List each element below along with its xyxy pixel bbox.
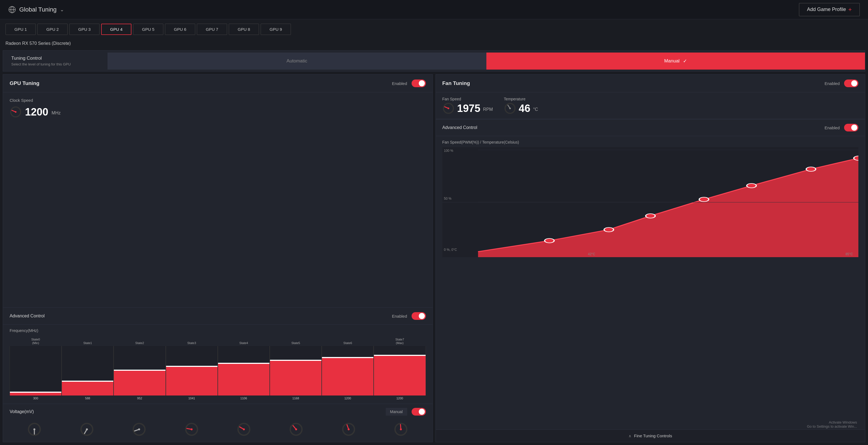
gpu-tab-3[interactable]: GPU 3 bbox=[69, 24, 99, 35]
bar-5[interactable] bbox=[270, 360, 321, 395]
bar-state-label-5: State5 bbox=[291, 341, 300, 345]
fine-tuning-bar[interactable]: ∧ Fine Tuning Controls bbox=[436, 429, 865, 442]
add-game-button[interactable]: Add Game Profile + bbox=[799, 3, 860, 16]
bar-value-3: 1041 bbox=[188, 396, 195, 400]
bar-6[interactable] bbox=[322, 357, 373, 395]
voltage-dial-0[interactable] bbox=[27, 422, 41, 437]
main-panels: GPU Tuning Enabled Clock Speed 1200 MHz … bbox=[0, 74, 868, 442]
bar-1[interactable] bbox=[62, 381, 113, 395]
bar-state-label-0: State0 (Min) bbox=[31, 338, 40, 345]
tuning-label-area: Tuning Control Select the level of tunin… bbox=[3, 51, 107, 71]
bar-state-label-7: State7 (Max) bbox=[395, 338, 404, 345]
bar-value-7: 1200 bbox=[397, 396, 403, 400]
svg-point-25 bbox=[347, 428, 349, 430]
advanced-control-label: Advanced Control bbox=[10, 314, 44, 319]
bar-wrapper-5[interactable] bbox=[270, 346, 322, 395]
tuning-control-title: Tuning Control bbox=[11, 56, 99, 61]
fan-enabled-label: Enabled bbox=[825, 81, 840, 86]
gpu-tab-4[interactable]: GPU 4 bbox=[101, 24, 131, 35]
bar-wrapper-3[interactable] bbox=[166, 346, 218, 395]
svg-point-22 bbox=[295, 428, 297, 430]
fan-speed-chart: 100 % 50 % 0 %, 0°C 42°C 85°C bbox=[442, 147, 859, 257]
fan-tuning-panel: Fan Tuning Enabled Fan Speed 1975 RPM bbox=[435, 74, 866, 442]
clock-dial-icon bbox=[10, 106, 22, 118]
app-title: Global Tuning bbox=[19, 6, 57, 13]
voltage-toggle[interactable] bbox=[411, 408, 426, 416]
gpu-tab-5[interactable]: GPU 5 bbox=[133, 24, 163, 35]
voltage-dial-7[interactable] bbox=[394, 422, 408, 437]
gpu-tuning-toggle[interactable] bbox=[411, 80, 426, 87]
svg-point-42 bbox=[854, 156, 858, 160]
voltage-dial-2[interactable] bbox=[132, 422, 146, 437]
gpu-tuning-toggle-area: Enabled bbox=[392, 80, 426, 87]
bar-3[interactable] bbox=[166, 366, 217, 395]
bar-wrapper-1[interactable] bbox=[62, 346, 114, 395]
bar-4[interactable] bbox=[218, 363, 270, 395]
voltage-dial-1[interactable] bbox=[80, 422, 94, 437]
fan-chart-title: Fan Speed(PWM(%)) / Temperature(Celsius) bbox=[442, 140, 859, 144]
chart-y-100: 100 % bbox=[444, 149, 454, 153]
fan-speed-label: Fan Speed bbox=[442, 97, 493, 101]
voltage-dial-icon-5 bbox=[289, 422, 303, 437]
bar-value-5: 1168 bbox=[292, 396, 299, 400]
voltage-dial-icon-6 bbox=[341, 422, 356, 437]
bar-white-line-3 bbox=[166, 366, 217, 367]
bar-group-4: State41106 bbox=[218, 341, 270, 400]
gpu-tuning-panel: GPU Tuning Enabled Clock Speed 1200 MHz … bbox=[3, 74, 433, 442]
voltage-dial-3[interactable] bbox=[185, 422, 199, 437]
bar-white-line-2 bbox=[114, 369, 165, 371]
gpu-tab-1[interactable]: GPU 1 bbox=[5, 24, 36, 35]
gpu-tab-bar: GPU 1 GPU 2 GPU 3 GPU 4 GPU 5 GPU 6 GPU … bbox=[0, 19, 868, 39]
fan-toggle-area: Enabled bbox=[825, 80, 858, 87]
bar-state-label-3: State3 bbox=[187, 341, 196, 345]
manual-button[interactable]: Manual ✓ bbox=[486, 53, 865, 69]
gpu-tab-8[interactable]: GPU 8 bbox=[229, 24, 259, 35]
advanced-control-toggle[interactable] bbox=[411, 312, 426, 320]
voltage-label: Voltage(mV) bbox=[10, 409, 34, 414]
fan-advanced-enabled: Enabled bbox=[825, 125, 840, 130]
fan-advanced-toggle[interactable] bbox=[844, 124, 858, 131]
advanced-control-row: Advanced Control Enabled bbox=[3, 307, 433, 325]
bar-state-label-1: State1 bbox=[83, 341, 92, 345]
voltage-dial-5[interactable] bbox=[289, 422, 303, 437]
bar-wrapper-2[interactable] bbox=[114, 346, 165, 395]
bar-2[interactable] bbox=[114, 369, 165, 395]
bar-wrapper-6[interactable] bbox=[322, 346, 374, 395]
bar-value-1: 588 bbox=[85, 396, 90, 400]
bar-7[interactable] bbox=[374, 355, 425, 395]
fan-speed-number: 1975 bbox=[457, 102, 480, 114]
bar-0[interactable] bbox=[10, 392, 61, 395]
chart-x-42: 42°C bbox=[588, 252, 595, 256]
temperature-metric: Temperature 46 °C bbox=[504, 97, 538, 114]
svg-point-40 bbox=[747, 183, 756, 188]
voltage-dial-icon-7 bbox=[394, 422, 408, 437]
chart-y-0: 0 %, 0°C bbox=[444, 248, 457, 251]
automatic-button[interactable]: Automatic bbox=[107, 53, 486, 69]
bar-value-0: 300 bbox=[33, 396, 38, 400]
bar-white-line-5 bbox=[270, 360, 321, 361]
gpu-tab-2[interactable]: GPU 2 bbox=[37, 24, 68, 35]
gpu-tuning-header: GPU Tuning Enabled bbox=[3, 75, 433, 92]
fan-advanced-toggle-area: Enabled bbox=[825, 124, 858, 131]
fan-tuning-toggle[interactable] bbox=[844, 80, 858, 87]
temperature-number: 46 bbox=[519, 102, 530, 114]
fan-speed-metric: Fan Speed 1975 RPM bbox=[442, 97, 493, 114]
bar-state-label-4: State4 bbox=[239, 341, 248, 345]
bar-white-line-0 bbox=[10, 392, 61, 393]
voltage-dial-4[interactable] bbox=[237, 422, 251, 437]
gpu-tab-9[interactable]: GPU 9 bbox=[261, 24, 291, 35]
bar-group-2: State2952 bbox=[114, 341, 165, 400]
voltage-dials-row bbox=[3, 419, 433, 442]
gpu-tab-6[interactable]: GPU 6 bbox=[165, 24, 195, 35]
voltage-dial-6[interactable] bbox=[341, 422, 356, 437]
gpu-tab-7[interactable]: GPU 7 bbox=[197, 24, 227, 35]
bar-wrapper-4[interactable] bbox=[218, 346, 270, 395]
gpu-tuning-title: GPU Tuning bbox=[10, 80, 39, 86]
bar-group-5: State51168 bbox=[270, 341, 322, 400]
bar-wrapper-7[interactable] bbox=[374, 346, 426, 395]
svg-point-41 bbox=[806, 167, 816, 171]
fan-speed-value-display: 1975 RPM bbox=[442, 102, 493, 114]
bar-group-7: State7 (Max)1200 bbox=[374, 338, 426, 400]
bar-state-label-6: State6 bbox=[343, 341, 352, 345]
bar-wrapper-0[interactable] bbox=[10, 346, 62, 395]
